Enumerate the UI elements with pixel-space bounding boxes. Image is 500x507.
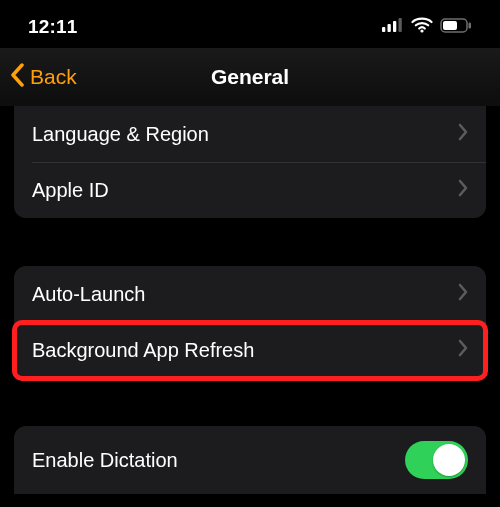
- row-apple-id[interactable]: Apple ID: [14, 162, 486, 218]
- toggle-enable-dictation[interactable]: [405, 441, 468, 479]
- wifi-icon: [411, 17, 433, 37]
- settings-content: Language & Region Apple ID Auto-Launch B…: [0, 106, 500, 494]
- settings-group-2: Auto-Launch Background App Refresh: [14, 266, 486, 378]
- status-icons: [382, 17, 472, 37]
- back-button[interactable]: Back: [10, 63, 77, 92]
- row-auto-launch[interactable]: Auto-Launch: [14, 266, 486, 322]
- svg-rect-6: [443, 21, 457, 30]
- settings-group-1: Language & Region Apple ID: [14, 106, 486, 218]
- svg-rect-1: [388, 24, 391, 32]
- chevron-right-icon: [458, 339, 468, 361]
- status-time: 12:11: [28, 16, 78, 38]
- row-label: Enable Dictation: [32, 449, 178, 472]
- row-label: Auto-Launch: [32, 283, 145, 306]
- row-language-region[interactable]: Language & Region: [14, 106, 486, 162]
- row-label: Background App Refresh: [32, 339, 254, 362]
- page-title: General: [211, 65, 289, 89]
- row-background-app-refresh[interactable]: Background App Refresh: [14, 322, 486, 378]
- row-label: Apple ID: [32, 179, 109, 202]
- svg-rect-3: [399, 18, 402, 32]
- row-label: Language & Region: [32, 123, 209, 146]
- row-enable-dictation[interactable]: Enable Dictation: [14, 426, 486, 494]
- cellular-icon: [382, 18, 404, 36]
- battery-icon: [440, 18, 472, 37]
- chevron-right-icon: [458, 283, 468, 305]
- chevron-left-icon: [10, 63, 26, 92]
- toggle-knob: [433, 444, 465, 476]
- nav-header: Back General: [0, 48, 500, 106]
- settings-group-3: Enable Dictation: [14, 426, 486, 494]
- svg-rect-2: [393, 21, 396, 32]
- svg-point-4: [420, 29, 423, 32]
- chevron-right-icon: [458, 123, 468, 145]
- chevron-right-icon: [458, 179, 468, 201]
- status-bar: 12:11: [0, 0, 500, 48]
- back-label: Back: [30, 65, 77, 89]
- svg-rect-0: [382, 27, 385, 32]
- svg-rect-7: [469, 22, 472, 28]
